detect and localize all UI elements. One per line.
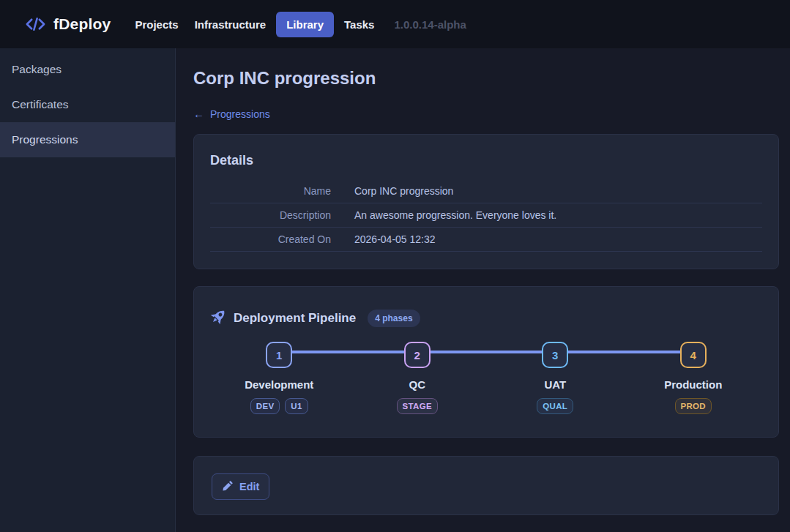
step-name: Development [245,378,313,391]
app-layout: Packages Certificates Progressions Corp … [0,48,790,532]
back-link-label: Progressions [210,108,270,120]
main-content: Corp INC progression ← Progressions Deta… [176,48,790,532]
app-name: fDeploy [53,15,111,33]
step-name: UAT [544,378,566,391]
step-number-box: 3 [542,342,568,368]
environment-badge: U1 [285,398,308,414]
step-number-box: 4 [680,342,707,368]
phase-count-badge: 4 phases [368,310,420,327]
step-badges: DEV U1 [250,398,308,414]
pipeline-header: Deployment Pipeline 4 phases [210,309,762,328]
edit-button[interactable]: Edit [212,473,269,500]
detail-label: Created On [210,233,331,245]
detail-value: An awesome progression. Everyone loves i… [331,209,556,221]
detail-row-name: Name Corp INC progression [210,179,762,203]
nav-item-tasks[interactable]: Tasks [336,12,382,37]
pipeline-step-qc: 2 QC STAGE [349,342,487,414]
pipeline-step-uat: 3 UAT QUAL [486,342,625,414]
step-number-box: 2 [404,342,431,368]
sidebar: Packages Certificates Progressions [0,48,176,532]
step-name: QC [409,378,426,391]
sidebar-item-progressions[interactable]: Progressions [0,122,175,157]
top-navbar: fDeploy Projects Infrastructure Library … [0,0,790,48]
pipeline-card: Deployment Pipeline 4 phases 1 Developme… [193,286,779,438]
nav-item-infrastructure[interactable]: Infrastructure [187,12,275,37]
detail-label: Name [210,185,331,197]
detail-value: Corp INC progression [331,185,453,197]
detail-value: 2026-04-05 12:32 [331,233,436,245]
sidebar-item-packages[interactable]: Packages [0,52,175,87]
back-link[interactable]: ← Progressions [193,108,270,120]
nav-item-projects[interactable]: Projects [127,12,186,37]
pipeline-step-development: 1 Development DEV U1 [210,342,349,414]
sidebar-item-certificates[interactable]: Certificates [0,87,175,122]
detail-label: Description [210,209,331,221]
step-name: Production [664,378,722,391]
environment-badge: DEV [250,398,280,414]
details-heading: Details [210,153,762,168]
app-logo[interactable]: fDeploy [24,15,111,33]
step-badges: QUAL [537,398,573,414]
nav-item-library[interactable]: Library [276,12,334,37]
step-badges: PROD [675,398,712,414]
step-badges: STAGE [397,398,438,414]
environment-badge: QUAL [537,398,573,414]
page-title: Corp INC progression [193,68,779,89]
detail-row-description: Description An awesome progression. Ever… [210,203,762,228]
environment-badge: STAGE [397,398,438,414]
step-number-box: 1 [266,342,292,368]
back-arrow-icon: ← [193,109,204,119]
environment-badge: PROD [675,398,712,414]
pipeline-step-production: 4 Production PROD [625,342,763,414]
pipeline-steps: 1 Development DEV U1 2 QC STAGE 3 [210,342,762,414]
app-version: 1.0.0.14-alpha [394,18,466,31]
details-card: Details Name Corp INC progression Descri… [193,134,779,269]
pipeline-title: Deployment Pipeline [234,311,356,326]
actions-card: Edit [193,456,779,515]
edit-button-label: Edit [239,481,259,492]
main-nav: Projects Infrastructure Library Tasks [127,12,382,37]
pencil-icon [222,480,234,494]
rocket-icon [210,309,226,328]
code-icon [24,15,47,33]
detail-row-created-on: Created On 2026-04-05 12:32 [210,228,762,252]
